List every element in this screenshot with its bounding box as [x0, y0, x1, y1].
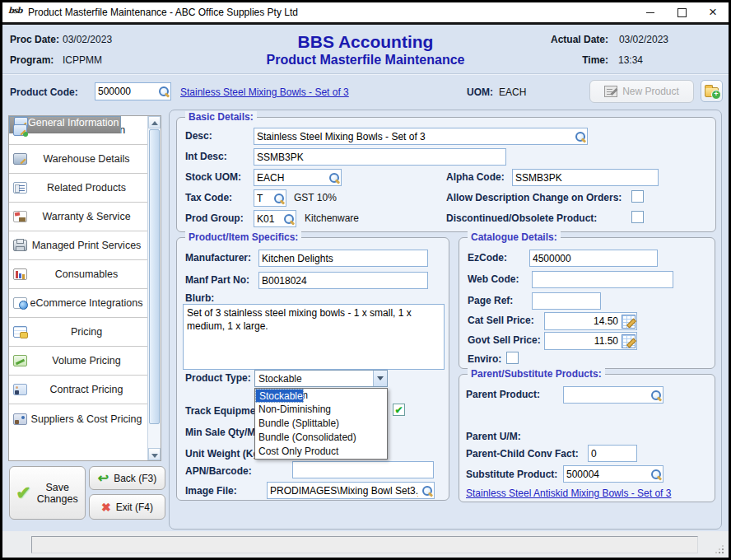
- image-file-input[interactable]: [268, 485, 421, 497]
- sidebar-item-pricing[interactable]: Pricing: [9, 318, 147, 347]
- scroll-down-icon[interactable]: [148, 448, 161, 460]
- time-label: Time:: [575, 54, 608, 66]
- desc-label: Desc:: [185, 130, 212, 142]
- resize-grip-icon[interactable]: [715, 545, 724, 553]
- status-message-field: [31, 536, 698, 553]
- sidebar-item-label: Warranty & Service: [27, 211, 147, 222]
- cat-sell-price-input[interactable]: [545, 315, 622, 327]
- product-code-bar: Product Code: Stainless Steel Mixing Bow…: [2, 74, 729, 112]
- parent-product-search-icon[interactable]: [650, 389, 663, 402]
- substitute-search-icon[interactable]: [650, 468, 663, 481]
- save-changes-label: Save Changes: [36, 482, 79, 505]
- sidebar-item-suppliers-cost-pricing[interactable]: Suppliers & Cost Pricing: [9, 404, 147, 433]
- desc-field: [254, 128, 588, 145]
- option-stockable[interactable]: Stockable: [255, 389, 304, 403]
- bar-chart-icon: [13, 268, 27, 280]
- sidebar-scrollbar[interactable]: [147, 116, 161, 460]
- conv-fact-input[interactable]: [588, 445, 637, 462]
- app-window: Product Masterfile Maintenance - ABC Off…: [0, 0, 731, 560]
- image-file-field: [267, 482, 435, 499]
- govt-sell-price-input[interactable]: [545, 335, 622, 347]
- apn-barcode-input[interactable]: [292, 461, 434, 478]
- price-edit-icon[interactable]: [622, 315, 636, 329]
- prod-group-field: [254, 210, 296, 227]
- price-edit-icon[interactable]: [622, 334, 636, 348]
- exit-button[interactable]: Exit (F4): [89, 494, 165, 520]
- sidebar-item-consumables[interactable]: Consumables: [9, 260, 147, 289]
- web-code-input[interactable]: [532, 271, 673, 288]
- allow-desc-change-checkbox[interactable]: [631, 190, 644, 203]
- maximize-icon[interactable]: [666, 2, 697, 22]
- tax-code-input[interactable]: [254, 193, 272, 204]
- cat-sell-price-label: Cat Sell Price:: [468, 315, 534, 326]
- conv-fact-label: Parent-Child Conv Fact:: [466, 448, 579, 460]
- stock-uom-input[interactable]: [254, 172, 328, 184]
- substitute-product-link[interactable]: Stainless Steel Antiskid Mixing Bowls - …: [466, 488, 671, 499]
- program-value: ICPPMM: [63, 54, 102, 66]
- product-name-link[interactable]: Stainless Steel Mixing Bowls - Set of 3: [180, 86, 349, 98]
- track-equipment-checkbox[interactable]: [393, 404, 405, 416]
- sidebar-item-ecommerce-integrations[interactable]: eCommerce Integrations: [9, 289, 147, 318]
- parent-product-field: [563, 386, 663, 404]
- scroll-up-icon[interactable]: [148, 116, 161, 128]
- ezcode-input[interactable]: [529, 250, 658, 267]
- product-type-select[interactable]: Stockable: [254, 370, 388, 387]
- page-ref-input[interactable]: [532, 292, 601, 310]
- product-search-icon[interactable]: [157, 85, 170, 98]
- enviro-checkbox[interactable]: [506, 352, 519, 364]
- sidebar-item-related-products[interactable]: Related Products: [9, 174, 147, 203]
- product-code-input[interactable]: [95, 86, 157, 97]
- sidebar-item-contract-pricing[interactable]: Contract Pricing: [9, 376, 147, 404]
- tax-code-search-icon[interactable]: [272, 192, 286, 205]
- chevron-down-icon[interactable]: [373, 371, 387, 386]
- manufacturer-input[interactable]: [258, 250, 428, 267]
- desc-input[interactable]: [254, 131, 574, 142]
- alpha-code-input[interactable]: [512, 169, 659, 186]
- warehouse-edit-icon: [13, 153, 27, 165]
- manf-part-input[interactable]: [258, 272, 428, 289]
- alpha-code-label: Alpha Code:: [446, 171, 505, 183]
- stock-uom-field: [254, 169, 342, 186]
- discontinued-checkbox[interactable]: [631, 211, 644, 223]
- back-arrow-icon: [98, 470, 109, 486]
- substitute-product-label: Substitute Product:: [466, 469, 557, 480]
- option-bundle-consolidated[interactable]: Bundle (Consolidated): [255, 431, 387, 445]
- red-x-icon: [101, 501, 111, 514]
- sidebar-item-warehouse-details[interactable]: Warehouse Details: [9, 145, 147, 174]
- option-non-diminishing[interactable]: Non-Diminishing: [255, 403, 387, 417]
- sidebar-item-label: Related Products: [27, 182, 147, 194]
- sidebar-item-label: Managed Print Services: [27, 240, 147, 251]
- allow-desc-change-label: Allow Description Change on Orders:: [446, 192, 622, 203]
- open-folder-button[interactable]: [701, 80, 723, 102]
- suppliers-people-icon: [13, 413, 27, 425]
- blurb-textarea[interactable]: Set of 3 stainless steel mixing bowls - …: [183, 304, 445, 370]
- stock-uom-search-icon[interactable]: [328, 171, 341, 184]
- parent-product-label: Parent Product:: [466, 389, 540, 400]
- govt-sell-price-label: Govt Sell Price:: [468, 334, 541, 346]
- substitute-product-input[interactable]: [564, 469, 650, 480]
- prod-group-input[interactable]: [254, 213, 282, 225]
- int-desc-input[interactable]: [254, 148, 506, 166]
- option-cost-only-product[interactable]: Cost Only Product: [255, 445, 387, 459]
- minimize-icon[interactable]: [635, 2, 666, 22]
- scrollbar-thumb[interactable]: [149, 129, 160, 424]
- option-bundle-splittable[interactable]: Bundle (Splittable): [255, 417, 387, 431]
- web-code-label: Web Code:: [468, 273, 519, 285]
- parent-product-input[interactable]: [564, 390, 650, 401]
- close-icon[interactable]: [697, 2, 729, 22]
- sidebar-item-warranty-service[interactable]: Warranty & Service: [9, 203, 147, 231]
- prod-group-search-icon[interactable]: [282, 212, 296, 226]
- proc-date-value: 03/02/2023: [63, 34, 112, 45]
- back-button[interactable]: Back (F3): [89, 466, 165, 490]
- desc-search-icon[interactable]: [574, 130, 587, 143]
- proc-date-label: Proc Date:: [10, 34, 59, 45]
- printer-icon: [13, 240, 27, 251]
- warranty-seal-icon: [13, 211, 27, 222]
- sidebar-item-volume-pricing[interactable]: Volume Pricing: [9, 347, 147, 376]
- title-bar: Product Masterfile Maintenance - ABC Off…: [2, 2, 729, 25]
- save-changes-button[interactable]: Save Changes: [9, 466, 86, 520]
- new-product-button[interactable]: New Product: [589, 80, 694, 103]
- image-file-search-icon[interactable]: [421, 484, 434, 497]
- sidebar-item-label: Suppliers & Cost Pricing: [27, 413, 147, 425]
- sidebar-item-managed-print-services[interactable]: Managed Print Services: [9, 231, 147, 260]
